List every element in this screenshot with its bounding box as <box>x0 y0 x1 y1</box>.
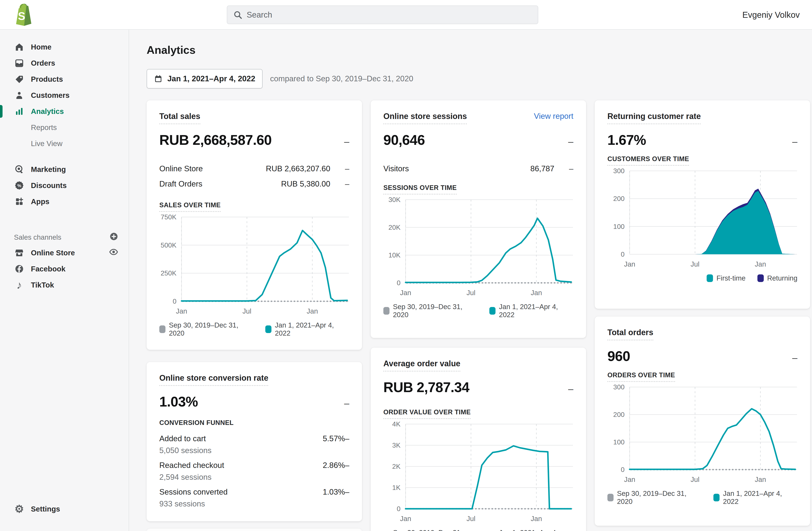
sidebar-item-live-view[interactable]: Live View <box>0 136 129 152</box>
card-title[interactable]: Online store sessions <box>383 112 467 124</box>
section-label[interactable]: ORDER VALUE OVER TIME <box>383 408 471 419</box>
card-title[interactable]: Returning customer rate <box>607 112 701 124</box>
svg-text:Jul: Jul <box>691 476 699 483</box>
svg-text:0: 0 <box>621 466 625 473</box>
svg-text:S: S <box>18 10 25 22</box>
svg-text:Jul: Jul <box>243 307 251 315</box>
megaphone-icon <box>14 164 25 175</box>
legend-item: Jan 1, 2021–Apr 4, 2022 <box>265 321 349 337</box>
view-store-eye-icon[interactable] <box>109 247 118 258</box>
person-icon <box>14 90 25 101</box>
sidebar-item-marketing[interactable]: Marketing <box>0 161 129 178</box>
partial-card <box>147 529 362 531</box>
order-value-over-time-chart: 4K3K2K1K0JanJulJan <box>383 421 574 524</box>
user-menu[interactable]: Evgeniy Volkov <box>742 0 800 30</box>
average-order-value-card: Average order value RUB 2,787.34 – ORDER… <box>371 348 586 531</box>
sidebar-item-apps[interactable]: Apps <box>0 194 129 210</box>
legend-chip-icon <box>265 325 272 333</box>
legend-label: First-time <box>716 274 745 282</box>
legend-chip-icon <box>713 494 720 501</box>
compared-to-text: compared to Sep 30, 2019–Dec 31, 2020 <box>270 74 414 83</box>
chart-legend: Sep 30, 2019–Dec 31, 2020Jan 1, 2021–Apr… <box>383 303 574 319</box>
legend-item: Jan 1, 2021–Apr 4, 2022 <box>489 529 574 531</box>
delta-indicator: – <box>792 352 797 363</box>
total-sales-card: Total sales RUB 2,668,587.60 – Online St… <box>147 100 362 350</box>
apps-icon <box>14 196 25 207</box>
legend-chip-icon <box>383 307 390 315</box>
date-range-button[interactable]: Jan 1, 2021–Apr 4, 2022 <box>147 69 263 88</box>
card-title[interactable]: Average order value <box>383 359 460 372</box>
card-title[interactable]: Total orders <box>607 328 653 340</box>
add-channel-button[interactable] <box>109 232 118 243</box>
card-title[interactable]: Total sales <box>159 112 200 124</box>
svg-text:100: 100 <box>613 438 625 446</box>
sidebar-item-settings[interactable]: ⚙ Settings <box>0 501 129 517</box>
legend-label: Returning <box>767 274 797 282</box>
sidebar-item-home[interactable]: Home <box>0 39 129 55</box>
svg-text:0: 0 <box>621 250 625 258</box>
svg-text:30K: 30K <box>389 196 401 204</box>
legend-label: Jan 1, 2021–Apr 4, 2022 <box>499 303 574 319</box>
top-bar: S Search Evgeniy Volkov <box>0 0 812 30</box>
funnel-row: Reached checkout2,594 sessions 2.86% – <box>159 457 349 483</box>
sidebar-item-reports[interactable]: Reports <box>0 120 129 136</box>
section-label[interactable]: ORDERS OVER TIME <box>607 372 675 382</box>
metric-row: Visitors 86,787 – <box>383 161 574 176</box>
legend-item: Sep 30, 2019–Dec 31, 2020 <box>383 529 478 531</box>
legend-item: Jan 1, 2021–Apr 4, 2022 <box>713 489 797 506</box>
orders-over-time-chart: 3002001000JanJulJan <box>607 383 797 485</box>
legend-label: Jan 1, 2021–Apr 4, 2022 <box>499 529 574 531</box>
chart-legend: First-timeReturning <box>607 274 797 282</box>
svg-text:300: 300 <box>613 167 625 175</box>
section-label[interactable]: SESSIONS OVER TIME <box>383 184 457 195</box>
legend-item: Sep 30, 2019–Dec 31, 2020 <box>607 489 701 506</box>
date-range-label: Jan 1, 2021–Apr 4, 2022 <box>168 74 255 83</box>
section-label[interactable]: SALES OVER TIME <box>159 201 221 212</box>
facebook-icon <box>14 264 25 274</box>
online-store-sessions-card: Online store sessions View report 90,646… <box>371 100 586 338</box>
search-input[interactable]: Search <box>227 5 538 24</box>
svg-text:750K: 750K <box>161 214 176 221</box>
legend-chip-icon <box>489 307 495 315</box>
sales-channels-header: Sales channels <box>0 230 129 245</box>
tiktok-icon: ♪ <box>14 280 25 290</box>
legend-label: Jan 1, 2021–Apr 4, 2022 <box>723 489 797 506</box>
svg-text:20K: 20K <box>389 224 401 231</box>
svg-text:4K: 4K <box>392 421 401 428</box>
metric-row: Online Store RUB 2,663,207.60 – <box>159 161 349 176</box>
sidebar-item-facebook[interactable]: Facebook <box>0 261 129 277</box>
sidebar-item-tiktok[interactable]: ♪ TikTok <box>0 277 129 293</box>
svg-text:Jul: Jul <box>466 515 475 522</box>
sidebar-item-discounts[interactable]: % Discounts <box>0 178 129 194</box>
svg-text:Jan: Jan <box>531 515 542 522</box>
delta-indicator: – <box>568 383 574 394</box>
sidebar-item-orders[interactable]: Orders <box>0 55 129 71</box>
sessions-value: 90,646 <box>383 132 425 148</box>
total-orders-value: 960 <box>607 348 630 364</box>
discount-icon: % <box>14 180 25 191</box>
svg-text:Jan: Jan <box>176 307 187 315</box>
view-report-link[interactable]: View report <box>534 112 574 121</box>
section-label[interactable]: CUSTOMERS OVER TIME <box>607 155 689 166</box>
sidebar-item-products[interactable]: Products <box>0 71 129 87</box>
legend-chip-icon <box>757 275 764 282</box>
shopify-logo-icon[interactable]: S <box>13 3 34 27</box>
card-title[interactable]: Online store conversion rate <box>159 374 268 386</box>
svg-text:Jan: Jan <box>624 476 635 483</box>
funnel-row: Added to cart5,050 sessions 5.57% – <box>159 430 349 457</box>
active-indicator <box>0 105 2 118</box>
tag-icon <box>14 74 25 84</box>
svg-text:Jul: Jul <box>691 260 699 268</box>
delta-indicator: – <box>792 136 797 147</box>
page-title: Analytics <box>147 44 195 56</box>
bar-chart-icon <box>14 106 25 117</box>
sidebar-item-customers[interactable]: Customers <box>0 87 129 103</box>
legend-item: Jan 1, 2021–Apr 4, 2022 <box>489 303 574 319</box>
sidebar-item-analytics[interactable]: Analytics <box>0 103 129 120</box>
customers-over-time-chart: 3002001000JanJulJan <box>607 167 797 269</box>
sidebar-item-online-store[interactable]: Online Store <box>0 245 129 261</box>
svg-text:Jan: Jan <box>400 515 411 522</box>
chart-legend: Sep 30, 2019–Dec 31, 2020Jan 1, 2021–Apr… <box>383 529 574 531</box>
svg-text:3K: 3K <box>392 442 401 449</box>
svg-text:1K: 1K <box>392 484 401 491</box>
